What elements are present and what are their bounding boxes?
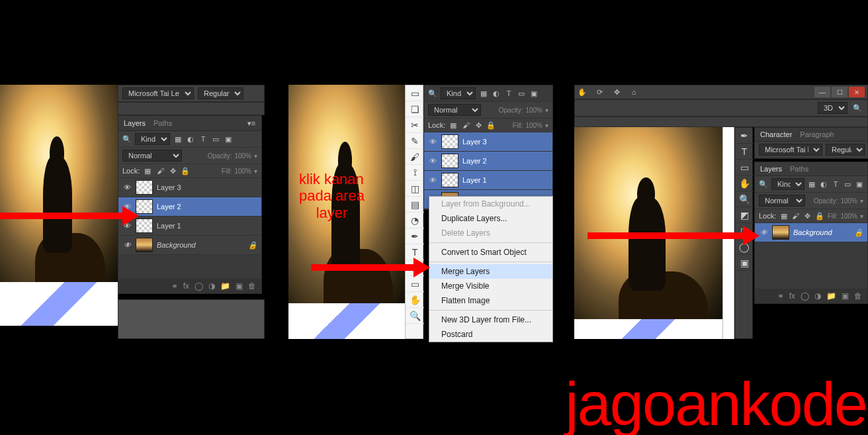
tab-layers[interactable]: Layers — [760, 165, 782, 173]
font-style-select[interactable]: Regular — [198, 87, 243, 99]
layer-item[interactable]: 👁 Layer 3 — [424, 132, 552, 152]
gradient-tool-icon[interactable]: ▤ — [406, 197, 424, 213]
tab-paths[interactable]: Paths — [790, 165, 808, 173]
layer-item-background[interactable]: 👁 Background 🔒 — [755, 223, 867, 242]
layer-name[interactable]: Background — [157, 241, 196, 249]
search-icon[interactable]: 🔍 — [853, 103, 862, 113]
mask-icon[interactable]: ◯ — [801, 291, 809, 301]
layer-filter-select[interactable]: Kind — [135, 133, 170, 145]
fill-value[interactable]: 100% — [234, 168, 251, 175]
move-icon[interactable]: ✥ — [612, 87, 621, 97]
color-swatch-icon[interactable]: ◩ — [735, 207, 754, 223]
lock-brush-icon[interactable]: 🖌 — [155, 166, 165, 175]
tab-layers[interactable]: Layers — [124, 119, 146, 127]
trash-icon[interactable]: 🗑 — [248, 281, 256, 291]
fx-icon[interactable]: fx — [183, 281, 189, 291]
layer-item[interactable]: 👁 Layer 1 — [424, 171, 552, 190]
lock-transparent-icon[interactable]: ▦ — [449, 121, 458, 130]
visibility-toggle-icon[interactable]: 👁 — [428, 157, 437, 165]
visibility-toggle-icon[interactable]: 👁 — [759, 228, 768, 236]
filter-adjust-icon[interactable]: ◐ — [492, 89, 501, 98]
workspace-select[interactable]: 3D — [818, 102, 847, 114]
opacity-value[interactable]: 100% — [840, 197, 857, 205]
clone-tool-icon[interactable]: ⟟ — [406, 165, 424, 181]
filter-type-icon[interactable]: T — [832, 179, 840, 189]
maximize-button[interactable]: ☐ — [832, 87, 847, 97]
layer-filter-select[interactable]: Kind — [771, 178, 804, 190]
pen-tool-icon[interactable]: ✒ — [735, 128, 754, 144]
lock-move-icon[interactable]: ✥ — [803, 211, 812, 220]
shape-tool-icon[interactable]: ▭ — [735, 160, 754, 175]
filter-adjust-icon[interactable]: ◐ — [186, 134, 195, 144]
tab-paragraph[interactable]: Paragraph — [800, 130, 834, 138]
lock-all-icon[interactable]: 🔒 — [815, 211, 824, 220]
lock-all-icon[interactable]: 🔒 — [181, 166, 190, 175]
opacity-value[interactable]: 100% — [234, 152, 251, 160]
screen-mode-icon[interactable]: ▣ — [735, 255, 754, 271]
group-icon[interactable]: 📁 — [220, 281, 230, 291]
layer-item[interactable]: 👁 Layer 3 — [118, 178, 261, 197]
zoom-tool-icon[interactable]: 🔍 — [406, 308, 424, 324]
eraser-tool-icon[interactable]: ◫ — [406, 181, 424, 197]
fx-icon[interactable]: fx — [789, 291, 795, 301]
lock-move-icon[interactable]: ✥ — [474, 121, 483, 130]
filter-smart-icon[interactable]: ▣ — [224, 134, 233, 144]
layer-item-background[interactable]: 👁 Background 🔒 — [118, 236, 261, 255]
panel-menu-icon[interactable]: ▾≡ — [247, 119, 256, 128]
menu-duplicate-layers[interactable]: Duplicate Layers... — [429, 211, 552, 226]
link-icon[interactable]: ⚭ — [171, 281, 178, 291]
filter-adjust-icon[interactable]: ◐ — [820, 179, 828, 189]
fill-value[interactable]: 100% — [525, 122, 542, 129]
font-family-select[interactable]: Microsoft Tai Le — [122, 87, 194, 99]
filter-pixel-icon[interactable]: ▦ — [479, 89, 488, 98]
filter-smart-icon[interactable]: ▣ — [529, 89, 539, 98]
menu-postcard[interactable]: Postcard — [429, 327, 552, 342]
filter-pixel-icon[interactable]: ▦ — [808, 179, 816, 189]
menu-merge-visible[interactable]: Merge Visible — [429, 279, 552, 293]
layer-item[interactable]: 👁 Layer 2 — [118, 197, 261, 217]
lasso-tool-icon[interactable]: ❏ — [406, 101, 424, 117]
group-icon[interactable]: 📁 — [826, 291, 836, 301]
chevron-down-icon[interactable]: ▾ — [254, 168, 257, 175]
new-layer-icon[interactable]: ▣ — [842, 291, 849, 301]
pen-tool-icon[interactable]: ✒ — [406, 228, 424, 244]
visibility-toggle-icon[interactable]: 👁 — [122, 241, 132, 249]
tab-character[interactable]: Character — [760, 130, 792, 138]
blend-mode-select[interactable]: Normal — [122, 150, 182, 162]
visibility-toggle-icon[interactable]: 👁 — [122, 183, 132, 191]
chevron-down-icon[interactable]: ▾ — [254, 152, 257, 160]
menu-merge-layers[interactable]: Merge Layers — [429, 264, 552, 279]
lock-brush-icon[interactable]: 🖌 — [791, 211, 800, 220]
hand-tool-icon[interactable]: ✋ — [578, 87, 587, 97]
trash-icon[interactable]: 🗑 — [854, 291, 862, 301]
lock-move-icon[interactable]: ✥ — [168, 166, 177, 175]
menu-flatten-image[interactable]: Flatten Image — [429, 293, 552, 308]
filter-type-icon[interactable]: T — [198, 134, 208, 144]
hand-tool-icon[interactable]: ✋ — [406, 292, 424, 308]
font-style-select[interactable]: Regular — [826, 144, 865, 156]
layer-filter-select[interactable]: Kind — [441, 87, 476, 99]
type-tool-icon[interactable]: T — [735, 144, 754, 160]
blur-tool-icon[interactable]: ◔ — [406, 213, 424, 228]
home-icon[interactable]: ⌂ — [629, 87, 638, 97]
lock-brush-icon[interactable]: 🖌 — [461, 121, 470, 130]
filter-shape-icon[interactable]: ▭ — [517, 89, 526, 98]
visibility-toggle-icon[interactable]: 👁 — [428, 176, 437, 184]
lock-all-icon[interactable]: 🔒 — [486, 121, 496, 130]
menu-convert-smart-object[interactable]: Convert to Smart Object — [429, 245, 552, 260]
layer-name[interactable]: Layer 2 — [462, 157, 487, 165]
blend-mode-select[interactable]: Normal — [428, 104, 481, 116]
fill-value[interactable]: 100% — [840, 213, 857, 220]
layer-item[interactable]: 👁 Layer 2 — [424, 152, 552, 171]
layer-name[interactable]: Layer 3 — [462, 138, 487, 146]
shape-tool-icon[interactable]: ▭ — [406, 276, 424, 292]
crop-tool-icon[interactable]: ✂ — [406, 117, 424, 133]
mask-icon[interactable]: ◯ — [195, 281, 203, 291]
font-family-select[interactable]: Microsoft Tai Le — [759, 144, 822, 156]
layer-name[interactable]: Layer 1 — [462, 176, 487, 184]
layer-name[interactable]: Layer 2 — [157, 203, 181, 211]
new-layer-icon[interactable]: ▣ — [236, 281, 243, 291]
adjustment-icon[interactable]: ◑ — [208, 281, 215, 291]
link-icon[interactable]: ⚭ — [777, 291, 784, 301]
filter-type-icon[interactable]: T — [504, 89, 513, 98]
